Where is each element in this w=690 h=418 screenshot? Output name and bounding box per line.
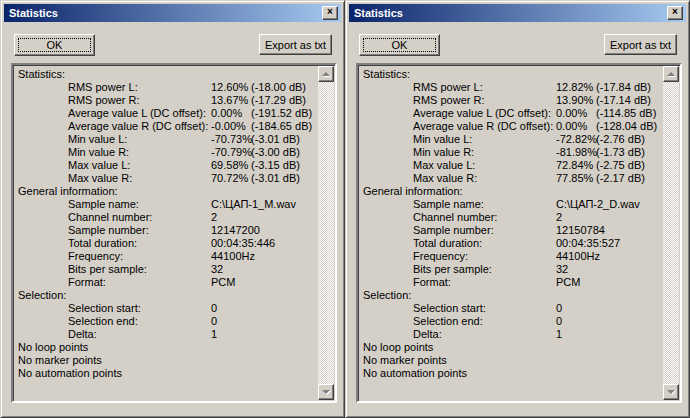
row-db-value: (-128.04 dB) <box>596 120 657 133</box>
row-value: 00:04:35:527 <box>556 237 620 250</box>
row-label: Sample name: <box>413 198 484 211</box>
statistics-panel: Statistics:RMS power L:12.82%(-17.84 dB)… <box>356 63 682 403</box>
stats-row: Frequency:44100Hz <box>14 250 318 263</box>
stats-row: No marker points <box>359 354 663 367</box>
stats-row: Format:PCM <box>14 276 318 289</box>
stats-row: Selection end:0 <box>14 315 318 328</box>
stats-row: Min value R:-70.79%(-3.00 dB) <box>14 146 318 159</box>
row-label: Min value L: <box>413 133 472 146</box>
row-label: No loop points <box>18 341 88 354</box>
row-label: Channel number: <box>413 211 497 224</box>
stats-row: Total duration:00:04:35:527 <box>359 237 663 250</box>
stats-row: Format:PCM <box>359 276 663 289</box>
window-title: Statistics <box>354 7 403 19</box>
row-value: C:\ЦАП-2_D.wav <box>556 198 640 211</box>
stats-row: Bits per sample:32 <box>359 263 663 276</box>
row-label: RMS power L: <box>68 81 138 94</box>
row-label: General information: <box>363 185 463 198</box>
row-db-value: (-184.65 dB) <box>251 120 312 133</box>
row-label: Bits per sample: <box>413 263 492 276</box>
stats-row: No automation points <box>359 367 663 380</box>
export-button-label: Export as txt <box>265 39 326 51</box>
stats-row: Frequency:44100Hz <box>359 250 663 263</box>
title-bar[interactable]: Statistics × <box>4 4 341 22</box>
stats-row: Selection: <box>14 289 318 302</box>
row-label: Selection end: <box>413 315 483 328</box>
close-icon: × <box>327 7 333 17</box>
row-value: 0 <box>556 315 562 328</box>
stats-row: General information: <box>14 185 318 198</box>
vertical-scrollbar[interactable] <box>318 66 334 400</box>
row-label: Selection start: <box>68 302 141 315</box>
close-button[interactable]: × <box>667 6 683 20</box>
row-label: Statistics: <box>363 68 410 81</box>
ok-button[interactable]: OK <box>359 34 440 56</box>
row-db-value: (-2.75 dB) <box>596 159 645 172</box>
export-as-txt-button[interactable]: Export as txt <box>604 34 677 55</box>
statistics-list: Statistics:RMS power L:12.82%(-17.84 dB)… <box>359 66 663 400</box>
stats-row: Average value R (DC offset):0.00%(-128.0… <box>359 120 663 133</box>
stats-row: Statistics: <box>359 68 663 81</box>
scroll-down-button[interactable] <box>663 384 679 400</box>
window-title: Statistics <box>9 7 58 19</box>
stats-row: No marker points <box>14 354 318 367</box>
row-db-value: (-114.85 dB) <box>596 107 656 120</box>
row-label: Frequency: <box>68 250 123 263</box>
stats-row: RMS power R:13.90%(-17.14 dB) <box>359 94 663 107</box>
row-label: Max value L: <box>68 159 130 172</box>
row-value: 2 <box>556 211 562 224</box>
row-label: Format: <box>68 276 106 289</box>
close-button[interactable]: × <box>322 6 338 20</box>
stats-row: Average value L (DC offset):0.00%(-114.8… <box>359 107 663 120</box>
stats-row: General information: <box>359 185 663 198</box>
row-db-value: (-3.01 dB) <box>251 172 300 185</box>
row-value: 0.00% <box>211 107 242 120</box>
row-value: PCM <box>556 276 580 289</box>
row-label: Sample number: <box>68 224 149 237</box>
row-label: Statistics: <box>18 68 65 81</box>
stats-row: Min value L:-70.73%(-3.01 dB) <box>14 133 318 146</box>
row-value: 1 <box>211 328 217 341</box>
scroll-down-icon <box>322 389 331 395</box>
row-label: Max value R: <box>413 172 477 185</box>
stats-row: Average value L (DC offset):0.00%(-191.5… <box>14 107 318 120</box>
row-label: Min value R: <box>68 146 129 159</box>
row-label: Average value L (DC offset): <box>68 107 206 120</box>
row-value: 2 <box>211 211 217 224</box>
export-as-txt-button[interactable]: Export as txt <box>259 34 332 55</box>
row-label: Bits per sample: <box>68 263 147 276</box>
row-label: Format: <box>413 276 451 289</box>
scroll-up-button[interactable] <box>318 66 334 82</box>
vertical-scrollbar[interactable] <box>663 66 679 400</box>
scroll-up-button[interactable] <box>663 66 679 82</box>
row-value: 69.58% <box>211 159 248 172</box>
ok-button[interactable]: OK <box>14 34 95 56</box>
stats-row: Sample number:12147200 <box>14 224 318 237</box>
title-bar[interactable]: Statistics × <box>349 4 686 22</box>
row-label: Channel number: <box>68 211 152 224</box>
row-label: Selection end: <box>68 315 138 328</box>
stats-row: Statistics: <box>14 68 318 81</box>
row-value: 44100Hz <box>211 250 255 263</box>
row-value: 72.84% <box>556 159 593 172</box>
row-db-value: (-2.76 dB) <box>596 133 645 146</box>
close-icon: × <box>672 7 678 17</box>
scroll-down-button[interactable] <box>318 384 334 400</box>
row-value: -81.98% <box>556 146 597 159</box>
row-label: No marker points <box>363 354 447 367</box>
stats-row: Sample number:12150784 <box>359 224 663 237</box>
row-label: No loop points <box>363 341 433 354</box>
stats-row: Max value R:77.85%(-2.17 dB) <box>359 172 663 185</box>
ok-button-label: OK <box>47 39 63 51</box>
row-label: Delta: <box>413 328 442 341</box>
row-value: 0 <box>211 315 217 328</box>
stats-row: Channel number:2 <box>359 211 663 224</box>
row-label: Total duration: <box>413 237 482 250</box>
row-value: 0.00% <box>556 107 587 120</box>
row-label: RMS power R: <box>413 94 485 107</box>
stats-row: Selection end:0 <box>359 315 663 328</box>
stats-row: Selection: <box>359 289 663 302</box>
stats-row: Delta:1 <box>359 328 663 341</box>
row-db-value: (-3.00 dB) <box>251 146 300 159</box>
stats-row: RMS power R:13.67%(-17.29 dB) <box>14 94 318 107</box>
